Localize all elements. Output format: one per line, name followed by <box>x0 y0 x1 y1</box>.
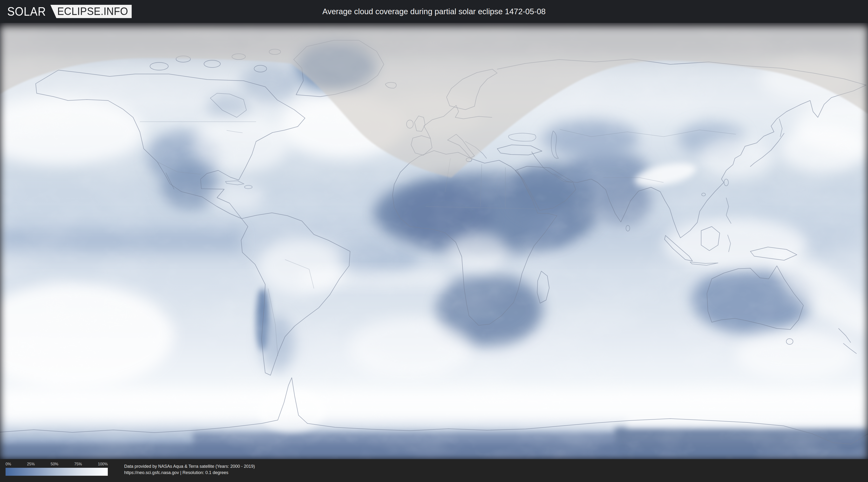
legend-tick-labels: 0% 25% 50% 75% 100% <box>5 462 108 466</box>
legend-tick-0: 0% <box>5 462 11 466</box>
legend-tick-100: 100% <box>98 462 108 466</box>
logo-text-solar: SOLAR <box>7 5 46 18</box>
legend-tick-25: 25% <box>27 462 35 466</box>
logo-text-eclipse-info: ECLIPSE.INFO <box>51 5 132 18</box>
header-bar: SOLAR ECLIPSE.INFO Average cloud coverag… <box>0 0 868 23</box>
cloud-coverage-legend: 0% 25% 50% 75% 100% <box>5 462 108 476</box>
site-logo[interactable]: SOLAR ECLIPSE.INFO <box>7 5 136 18</box>
data-attribution: Data provided by NASAs Aqua & Terra sate… <box>124 463 255 476</box>
map-artwork <box>0 23 868 459</box>
attribution-source-line: Data provided by NASAs Aqua & Terra sate… <box>124 463 255 470</box>
footer-bar: 0% 25% 50% 75% 100% Data provided by NAS… <box>0 459 868 482</box>
page-title: Average cloud coverage during partial so… <box>322 7 546 16</box>
solar-eclipse-info-page: SOLAR ECLIPSE.INFO Average cloud coverag… <box>0 0 868 482</box>
legend-gradient-bar <box>5 468 108 476</box>
legend-tick-50: 50% <box>51 462 58 466</box>
cloud-coverage-map[interactable] <box>0 23 868 459</box>
attribution-url-line: https://neo.sci.gsfc.nasa.gov | Resoluti… <box>124 470 255 476</box>
legend-tick-75: 75% <box>74 462 82 466</box>
